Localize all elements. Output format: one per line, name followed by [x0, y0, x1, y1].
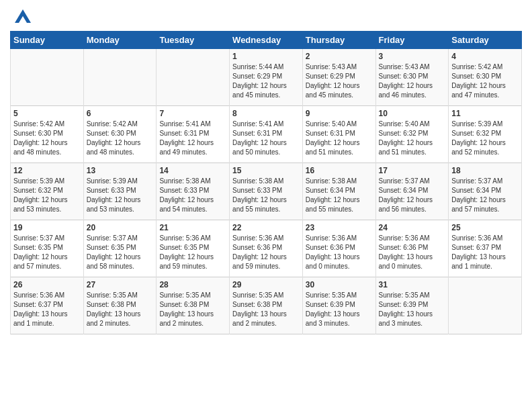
weekday-header: Sunday	[11, 32, 84, 49]
calendar-header-row: SundayMondayTuesdayWednesdayThursdayFrid…	[11, 32, 522, 49]
calendar-cell: 15Sunrise: 5:38 AM Sunset: 6:33 PM Dayli…	[230, 163, 303, 220]
weekday-header: Saturday	[449, 32, 522, 49]
calendar-cell: 13Sunrise: 5:39 AM Sunset: 6:33 PM Dayli…	[83, 163, 157, 220]
day-number: 27	[87, 280, 154, 289]
calendar-cell: 4Sunrise: 5:42 AM Sunset: 6:30 PM Daylig…	[449, 49, 522, 106]
day-number: 3	[379, 52, 446, 61]
logo	[10, 7, 34, 26]
calendar-cell: 30Sunrise: 5:35 AM Sunset: 6:39 PM Dayli…	[302, 277, 375, 334]
day-info: Sunrise: 5:44 AM Sunset: 6:29 PM Dayligh…	[232, 62, 300, 100]
calendar-cell: 20Sunrise: 5:37 AM Sunset: 6:35 PM Dayli…	[83, 220, 157, 277]
calendar-cell: 1Sunrise: 5:44 AM Sunset: 6:29 PM Daylig…	[230, 49, 303, 106]
day-number: 25	[451, 223, 519, 232]
weekday-header: Tuesday	[157, 32, 230, 49]
day-number: 20	[87, 223, 154, 232]
calendar-cell: 11Sunrise: 5:39 AM Sunset: 6:32 PM Dayli…	[449, 106, 522, 163]
day-info: Sunrise: 5:36 AM Sunset: 6:36 PM Dayligh…	[306, 234, 373, 271]
weekday-header: Monday	[83, 32, 157, 49]
day-number: 29	[232, 280, 300, 289]
day-info: Sunrise: 5:39 AM Sunset: 6:33 PM Dayligh…	[87, 177, 154, 214]
day-info: Sunrise: 5:39 AM Sunset: 6:32 PM Dayligh…	[451, 120, 519, 157]
calendar-cell: 22Sunrise: 5:36 AM Sunset: 6:36 PM Dayli…	[230, 220, 303, 277]
day-info: Sunrise: 5:35 AM Sunset: 6:39 PM Dayligh…	[379, 291, 446, 328]
calendar-table: SundayMondayTuesdayWednesdayThursdayFrid…	[10, 31, 522, 334]
day-number: 26	[13, 280, 81, 289]
calendar-week-row: 12Sunrise: 5:39 AM Sunset: 6:32 PM Dayli…	[11, 163, 522, 220]
day-info: Sunrise: 5:37 AM Sunset: 6:35 PM Dayligh…	[87, 234, 154, 271]
calendar-cell: 10Sunrise: 5:40 AM Sunset: 6:32 PM Dayli…	[375, 106, 449, 163]
calendar-cell: 9Sunrise: 5:40 AM Sunset: 6:31 PM Daylig…	[302, 106, 375, 163]
day-info: Sunrise: 5:35 AM Sunset: 6:38 PM Dayligh…	[159, 291, 226, 328]
calendar-cell	[157, 49, 230, 106]
calendar-cell: 6Sunrise: 5:42 AM Sunset: 6:30 PM Daylig…	[83, 106, 157, 163]
calendar-cell: 25Sunrise: 5:36 AM Sunset: 6:37 PM Dayli…	[449, 220, 522, 277]
day-info: Sunrise: 5:42 AM Sunset: 6:30 PM Dayligh…	[451, 62, 519, 100]
day-info: Sunrise: 5:40 AM Sunset: 6:32 PM Dayligh…	[379, 120, 446, 157]
day-number: 23	[306, 223, 373, 232]
calendar-cell	[11, 49, 84, 106]
calendar-cell: 24Sunrise: 5:36 AM Sunset: 6:36 PM Dayli…	[375, 220, 449, 277]
calendar-cell: 21Sunrise: 5:36 AM Sunset: 6:35 PM Dayli…	[157, 220, 230, 277]
day-info: Sunrise: 5:35 AM Sunset: 6:38 PM Dayligh…	[232, 291, 300, 328]
day-number: 5	[13, 109, 81, 118]
day-number: 12	[13, 166, 81, 175]
day-info: Sunrise: 5:43 AM Sunset: 6:30 PM Dayligh…	[379, 62, 446, 100]
day-info: Sunrise: 5:41 AM Sunset: 6:31 PM Dayligh…	[232, 120, 300, 157]
day-number: 22	[232, 223, 300, 232]
day-number: 7	[159, 109, 226, 118]
day-number: 31	[379, 280, 446, 289]
day-info: Sunrise: 5:36 AM Sunset: 6:36 PM Dayligh…	[379, 234, 446, 271]
day-number: 28	[159, 280, 226, 289]
day-info: Sunrise: 5:41 AM Sunset: 6:31 PM Dayligh…	[159, 120, 226, 157]
day-info: Sunrise: 5:35 AM Sunset: 6:39 PM Dayligh…	[306, 291, 373, 328]
day-info: Sunrise: 5:35 AM Sunset: 6:38 PM Dayligh…	[87, 291, 154, 328]
calendar-cell: 17Sunrise: 5:37 AM Sunset: 6:34 PM Dayli…	[375, 163, 449, 220]
day-info: Sunrise: 5:42 AM Sunset: 6:30 PM Dayligh…	[13, 120, 81, 157]
day-number: 6	[87, 109, 154, 118]
calendar-week-row: 19Sunrise: 5:37 AM Sunset: 6:35 PM Dayli…	[11, 220, 522, 277]
calendar-cell: 12Sunrise: 5:39 AM Sunset: 6:32 PM Dayli…	[11, 163, 84, 220]
day-number: 21	[159, 223, 226, 232]
logo-icon	[12, 7, 34, 26]
day-info: Sunrise: 5:40 AM Sunset: 6:31 PM Dayligh…	[306, 120, 373, 157]
calendar-cell	[449, 277, 522, 334]
day-number: 18	[451, 166, 519, 175]
calendar-week-row: 5Sunrise: 5:42 AM Sunset: 6:30 PM Daylig…	[11, 106, 522, 163]
day-number: 2	[306, 52, 373, 61]
day-info: Sunrise: 5:36 AM Sunset: 6:36 PM Dayligh…	[232, 234, 300, 271]
day-number: 10	[379, 109, 446, 118]
day-info: Sunrise: 5:36 AM Sunset: 6:37 PM Dayligh…	[451, 234, 519, 271]
weekday-header: Thursday	[302, 32, 375, 49]
day-number: 24	[379, 223, 446, 232]
calendar-cell: 26Sunrise: 5:36 AM Sunset: 6:37 PM Dayli…	[11, 277, 84, 334]
day-number: 16	[306, 166, 373, 175]
day-number: 30	[306, 280, 373, 289]
calendar-cell: 19Sunrise: 5:37 AM Sunset: 6:35 PM Dayli…	[11, 220, 84, 277]
day-number: 9	[306, 109, 373, 118]
calendar-cell: 29Sunrise: 5:35 AM Sunset: 6:38 PM Dayli…	[230, 277, 303, 334]
calendar-cell: 2Sunrise: 5:43 AM Sunset: 6:29 PM Daylig…	[302, 49, 375, 106]
day-info: Sunrise: 5:42 AM Sunset: 6:30 PM Dayligh…	[87, 120, 154, 157]
header	[10, 7, 522, 26]
day-info: Sunrise: 5:36 AM Sunset: 6:37 PM Dayligh…	[13, 291, 81, 328]
calendar-cell: 5Sunrise: 5:42 AM Sunset: 6:30 PM Daylig…	[11, 106, 84, 163]
calendar-cell: 18Sunrise: 5:37 AM Sunset: 6:34 PM Dayli…	[449, 163, 522, 220]
day-info: Sunrise: 5:36 AM Sunset: 6:35 PM Dayligh…	[159, 234, 226, 271]
calendar-cell: 16Sunrise: 5:38 AM Sunset: 6:34 PM Dayli…	[302, 163, 375, 220]
calendar-cell: 8Sunrise: 5:41 AM Sunset: 6:31 PM Daylig…	[230, 106, 303, 163]
calendar-week-row: 1Sunrise: 5:44 AM Sunset: 6:29 PM Daylig…	[11, 49, 522, 106]
calendar-cell: 28Sunrise: 5:35 AM Sunset: 6:38 PM Dayli…	[157, 277, 230, 334]
page-container: SundayMondayTuesdayWednesdayThursdayFrid…	[0, 0, 532, 341]
day-number: 17	[379, 166, 446, 175]
day-number: 11	[451, 109, 519, 118]
day-info: Sunrise: 5:37 AM Sunset: 6:34 PM Dayligh…	[451, 177, 519, 214]
day-number: 8	[232, 109, 300, 118]
day-number: 4	[451, 52, 519, 61]
calendar-cell: 27Sunrise: 5:35 AM Sunset: 6:38 PM Dayli…	[83, 277, 157, 334]
day-info: Sunrise: 5:38 AM Sunset: 6:34 PM Dayligh…	[306, 177, 373, 214]
day-info: Sunrise: 5:38 AM Sunset: 6:33 PM Dayligh…	[159, 177, 226, 214]
day-info: Sunrise: 5:43 AM Sunset: 6:29 PM Dayligh…	[306, 62, 373, 100]
day-number: 14	[159, 166, 226, 175]
day-number: 13	[87, 166, 154, 175]
day-info: Sunrise: 5:37 AM Sunset: 6:35 PM Dayligh…	[13, 234, 81, 271]
